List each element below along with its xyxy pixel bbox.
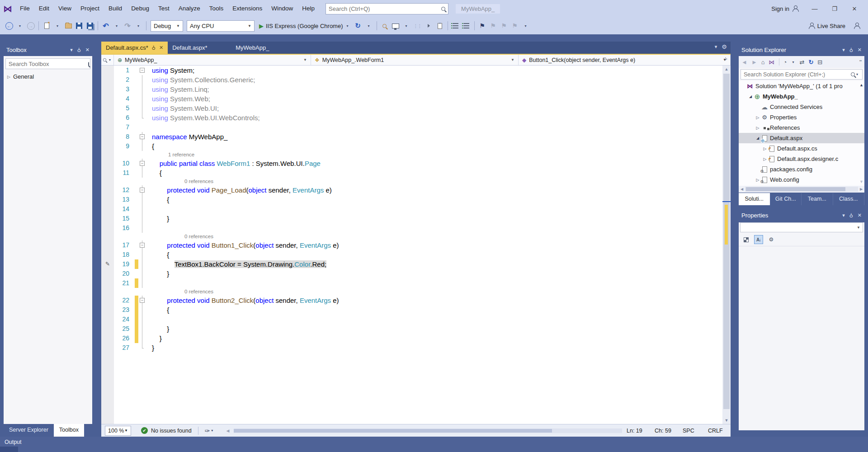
expander-closed-icon[interactable]: ▷ xyxy=(755,178,760,182)
new-file-icon[interactable] xyxy=(42,20,52,31)
type-dropdown[interactable]: ❖ MyWebApp_.WebForm1 ▼ xyxy=(311,55,519,65)
output-window-bar[interactable]: Output xyxy=(0,437,868,452)
tab-options-gear-icon[interactable]: ⚙ xyxy=(722,43,727,50)
codelens-label[interactable]: 0 references xyxy=(147,233,213,240)
menu-build[interactable]: Build xyxy=(104,0,127,17)
code-editor[interactable]: 1−using System;2using System.Collections… xyxy=(101,66,722,424)
panel-tab-team[interactable]: Team... xyxy=(802,193,833,205)
scroll-right-icon[interactable]: ▶ xyxy=(858,187,864,191)
panel-tab-server-explorer[interactable]: Server Explorer xyxy=(4,424,54,437)
redo-icon[interactable]: ↷ xyxy=(123,20,132,31)
tree-item-default-aspx-cs[interactable]: ▷Default.aspx.cs xyxy=(739,143,864,154)
clipboard-icon[interactable] xyxy=(435,20,445,31)
nav-forward-icon[interactable]: → xyxy=(26,20,36,31)
panel-tab-toolbox[interactable]: Toolbox xyxy=(54,424,84,437)
quick-search-input[interactable] xyxy=(329,5,441,12)
insert-mode-indicator[interactable]: SPC xyxy=(683,428,708,434)
menu-window[interactable]: Window xyxy=(267,0,297,17)
properties-header[interactable]: Properties ▾ ⚲ ✕ xyxy=(739,209,864,221)
menu-analyze[interactable]: Analyze xyxy=(174,0,205,17)
pin-icon[interactable]: ⚲ xyxy=(77,47,81,53)
column-indicator[interactable]: Ch: 59 xyxy=(655,428,683,434)
profiler-icon[interactable] xyxy=(380,20,390,31)
close-icon[interactable]: ✕ xyxy=(858,47,862,53)
pin-icon[interactable]: ⚲ xyxy=(849,47,853,53)
tab-list-icon[interactable]: ▾ xyxy=(715,44,717,50)
expander-closed-icon[interactable]: ▷ xyxy=(7,75,10,79)
toolbox-item-general[interactable]: ▷General xyxy=(4,71,92,82)
codelens-label[interactable]: 1 reference xyxy=(147,151,194,159)
outline-2-icon[interactable] xyxy=(462,20,472,31)
refresh-icon[interactable]: ↻ xyxy=(808,59,813,66)
tree-item-mywebapp-[interactable]: ◢⊕MyWebApp_ xyxy=(739,91,864,102)
next-bookmark-icon[interactable]: ⚑ xyxy=(499,20,509,31)
pin-icon[interactable]: ⚲ xyxy=(152,45,156,51)
window-position-icon[interactable]: ▾ xyxy=(70,47,73,53)
restore-button[interactable]: ❐ xyxy=(825,2,844,15)
tree-item-packages-config[interactable]: packages.config xyxy=(739,164,864,174)
solution-config-dropdown[interactable]: Debug ▼ xyxy=(151,20,183,32)
outline-collapse-icon[interactable]: − xyxy=(140,188,145,193)
bookmark-icon[interactable]: ⚑ xyxy=(477,20,487,31)
tree-horizontal-scrollbar[interactable]: ◀ ▶ xyxy=(739,186,864,193)
prev-bookmark-icon[interactable]: ⚑ xyxy=(488,20,498,31)
outline-collapse-icon[interactable]: − xyxy=(140,243,145,248)
scroll-up-icon[interactable]: ▲ xyxy=(722,66,731,73)
sign-in-button[interactable]: Sign in xyxy=(771,5,798,12)
outline-1-icon[interactable] xyxy=(451,20,461,31)
platform-dropdown[interactable]: Any CPU ▼ xyxy=(187,20,255,32)
scroll-down-icon[interactable]: ▼ xyxy=(722,417,731,424)
live-share-button[interactable]: Live Share xyxy=(808,23,845,29)
clear-bookmarks-icon[interactable]: ⚑ xyxy=(510,20,520,31)
toolbar-overflow-icon[interactable]: '' xyxy=(859,59,862,66)
categorized-view-icon[interactable] xyxy=(741,235,750,244)
open-file-icon[interactable] xyxy=(63,20,73,31)
start-debugging-button[interactable]: ▶ IIS Express (Google Chrome) ▾ xyxy=(259,23,350,29)
menu-tools[interactable]: Tools xyxy=(205,0,228,17)
editor-horizontal-scrollbar[interactable] xyxy=(234,428,622,433)
toolbox-header[interactable]: Toolbox ▾ ⚲ ✕ xyxy=(4,43,92,56)
menu-test[interactable]: Test xyxy=(154,0,174,17)
pin-icon[interactable]: ⚲ xyxy=(849,212,853,218)
property-pages-icon[interactable]: ⚙ xyxy=(767,235,776,244)
panel-tab-gitch[interactable]: Git Ch... xyxy=(770,193,802,205)
close-icon[interactable]: ✕ xyxy=(159,45,163,51)
editor-vertical-scrollbar[interactable]: ▲ ▼ xyxy=(722,66,731,424)
tree-scroll-up-icon[interactable]: ▲ xyxy=(859,83,863,87)
alphabetical-sort-icon[interactable]: A↓ xyxy=(754,235,763,244)
solution-explorer-header[interactable]: Solution Explorer ▾ ⚲ ✕ xyxy=(739,43,864,56)
redo-caret[interactable]: ▾ xyxy=(133,20,143,31)
browser-link-caret[interactable]: ▾ xyxy=(401,20,411,31)
undo-icon[interactable]: ↶ xyxy=(101,20,111,31)
menu-file[interactable]: File xyxy=(15,0,34,17)
collapse-all-icon[interactable]: ⊟ xyxy=(817,59,822,66)
expander-closed-icon[interactable]: ▷ xyxy=(762,157,768,161)
toolbox-search-box[interactable] xyxy=(5,58,90,69)
outline-collapse-icon[interactable]: − xyxy=(140,134,145,139)
expander-closed-icon[interactable]: ▷ xyxy=(762,146,768,151)
outline-collapse-icon[interactable]: − xyxy=(140,68,145,73)
quick-search-box[interactable] xyxy=(326,3,448,14)
annotations-pen-icon[interactable]: ✑ xyxy=(205,427,210,434)
minimize-button[interactable]: — xyxy=(805,2,825,15)
split-window-handle[interactable]: ÷ xyxy=(722,56,730,62)
outline-collapse-icon[interactable]: − xyxy=(140,161,145,166)
undo-caret[interactable]: ▾ xyxy=(112,20,122,31)
object-selector-dropdown[interactable]: ▼ xyxy=(740,222,863,232)
scroll-left-icon[interactable]: ◀ xyxy=(226,428,229,433)
window-position-icon[interactable]: ▾ xyxy=(842,47,845,53)
member-dropdown[interactable]: ◆ Button1_Click(object sender, EventArgs… xyxy=(519,55,731,65)
codelens-label[interactable]: 0 references xyxy=(147,178,213,185)
window-position-icon[interactable]: ▾ xyxy=(842,212,845,218)
nav-backward-icon[interactable]: ← xyxy=(4,20,14,31)
forward-icon[interactable]: ► xyxy=(751,59,757,66)
expander-open-icon[interactable]: ◢ xyxy=(748,94,753,99)
panel-tab-soluti[interactable]: Soluti... xyxy=(739,193,770,205)
save-icon[interactable] xyxy=(74,20,84,31)
codelens-label[interactable]: 0 references xyxy=(147,288,213,296)
browser-link-icon[interactable] xyxy=(391,20,401,31)
toolbox-search-input[interactable] xyxy=(9,61,88,67)
zoom-dropdown[interactable]: 100 % ▼ xyxy=(105,426,131,436)
menu-extensions[interactable]: Extensions xyxy=(228,0,267,17)
nav-backward-caret[interactable]: ▾ xyxy=(15,20,25,31)
